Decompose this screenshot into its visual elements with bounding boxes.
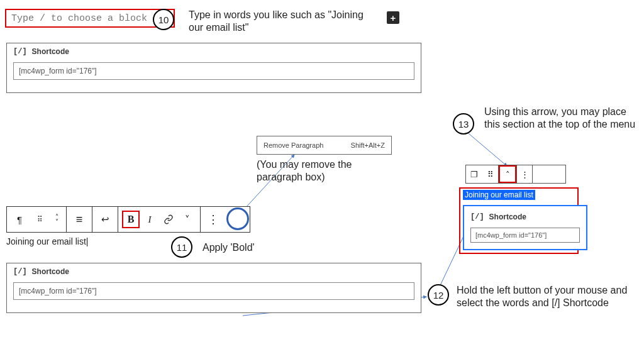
shortcode-header-bottom: [/] Shortcode <box>7 263 421 280</box>
more-options-highlight <box>226 207 249 230</box>
mover-buttons: ˄ ˅ <box>51 214 62 224</box>
step10-highlight-box: Type / to choose a block <box>5 9 175 28</box>
step-13-number: 13 <box>458 119 469 130</box>
shortcode-panel-bottom: [/] Shortcode [mc4wp_form id="176"] <box>6 263 421 313</box>
shortcode-label: Shortcode <box>489 212 526 221</box>
block-placeholder[interactable]: Type / to choose a block <box>11 13 147 24</box>
svg-line-3 <box>465 131 507 166</box>
italic-button[interactable]: I <box>141 211 158 228</box>
selected-text: Joining our email list <box>463 190 535 200</box>
shortcode-input-bottom[interactable]: [mc4wp_form id="176"] <box>13 282 414 300</box>
remove-note: (You may remove the paragraph box) <box>257 158 382 184</box>
more-formatting-button[interactable]: ˅ <box>179 211 196 228</box>
more-options-button[interactable]: ⋮ <box>204 211 222 228</box>
paragraph-type-button[interactable]: ¶ <box>11 211 28 228</box>
shortcode-icon: [/] <box>13 267 27 276</box>
link-button[interactable] <box>160 211 177 228</box>
remove-paragraph-shortcut: Shift+Alt+Z <box>351 141 385 149</box>
drag-handle[interactable]: ⠿ <box>31 211 48 228</box>
step12-annotation: Hold the left button of your mouse and s… <box>457 284 639 310</box>
shortcode-input-top[interactable]: [mc4wp_form id="176"] <box>13 62 414 80</box>
remove-paragraph-label: Remove Paragraph <box>264 141 323 149</box>
step10-annotation: Type in words you like such as "Joining … <box>189 9 377 35</box>
paragraph-text: Joining our email list <box>6 236 86 246</box>
move-up-arrow-button[interactable]: ˄ <box>499 165 516 183</box>
drag-handle-mini[interactable]: ⠿ <box>482 165 499 183</box>
step-12-number: 12 <box>433 290 444 301</box>
shortcode-label: Shortcode <box>32 47 69 56</box>
step11-annotation: Apply 'Bold' <box>203 241 255 254</box>
paragraph-block[interactable]: Joining our email list| <box>6 236 88 246</box>
step-13-marker: 13 <box>453 113 474 135</box>
group-toolbar: ❐ ⠿ ˄ ⋮ <box>465 165 566 184</box>
copy-icon[interactable]: ❐ <box>466 165 482 183</box>
shortcode-panel-top: [/] Shortcode [mc4wp_form id="176"] <box>6 43 421 93</box>
link-break-button[interactable]: ↩ <box>96 211 114 228</box>
step-12-marker: 12 <box>428 284 449 306</box>
shortcode-icon: [/] <box>470 212 484 221</box>
step13-annotation: Using this arrow, you may place this sec… <box>484 106 638 131</box>
shortcode-header-top: [/] Shortcode <box>7 43 421 60</box>
selected-paragraph[interactable]: Joining our email list <box>463 190 535 199</box>
shortcode-label: Shortcode <box>32 267 69 276</box>
more-mini-button[interactable]: ⋮ <box>516 165 533 183</box>
text-cursor: | <box>86 236 89 246</box>
step-10-number: 10 <box>158 14 169 25</box>
selected-shortcode-block[interactable]: [/] Shortcode [mc4wp_form id="176"] <box>463 205 587 250</box>
align-button[interactable]: ≡ <box>70 211 88 228</box>
selected-shortcode-header: [/] Shortcode <box>464 206 586 225</box>
remove-paragraph-menu-item[interactable]: Remove Paragraph Shift+Alt+Z <box>257 136 392 155</box>
add-block-button[interactable]: + <box>387 11 399 24</box>
block-toolbar: ¶ ⠿ ˄ ˅ ≡ ↩ B I ˅ ⋮ <box>6 206 250 233</box>
step-11-marker: 11 <box>171 236 192 258</box>
step-11-number: 11 <box>177 242 187 253</box>
bold-button[interactable]: B <box>122 211 140 228</box>
move-down-button[interactable]: ˅ <box>55 219 58 224</box>
link-icon <box>164 214 174 224</box>
shortcode-icon: [/] <box>13 47 27 56</box>
selected-shortcode-input[interactable]: [mc4wp_form id="176"] <box>470 228 580 243</box>
step-10-marker: 10 <box>153 9 174 30</box>
